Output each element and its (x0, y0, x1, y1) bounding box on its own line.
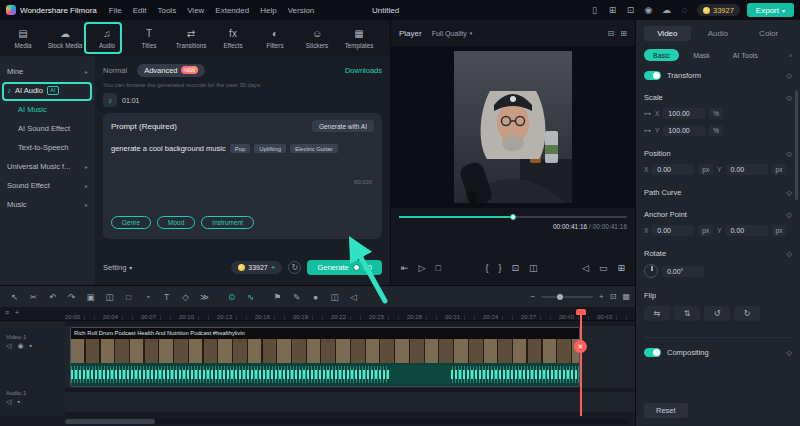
export-button[interactable]: Export ▾ (747, 3, 794, 17)
menu-item[interactable]: Edit (133, 6, 147, 15)
zoom-slider-handle[interactable] (557, 294, 563, 300)
mute-track-icon[interactable]: ◁ (6, 342, 11, 350)
sidebar-item-ai-audio[interactable]: ♪ AI Audio AI (0, 81, 95, 100)
rotate-cw-icon[interactable]: ↻ (734, 306, 760, 321)
scrollbar-thumb[interactable] (65, 419, 155, 424)
video-clip[interactable]: Rich Roll Drum Podcast Health And Nutrit… (70, 327, 580, 387)
snapshot-icon[interactable]: ◫ (529, 263, 538, 273)
keyframe-diamond-icon[interactable]: ◇ (787, 250, 792, 258)
scrollbar[interactable] (795, 90, 798, 200)
tab-stickers[interactable]: ☺ Stickers (296, 28, 338, 49)
prompt-tag[interactable]: Pop (230, 144, 251, 153)
speed-icon[interactable]: ◔ (138, 292, 157, 302)
quality-dropdown[interactable]: Full Quality ▾ (432, 30, 473, 37)
timeline-scrollbar[interactable] (65, 419, 629, 424)
screen-record-icon[interactable]: ◉ (643, 5, 654, 15)
prompt-tag[interactable]: Uplifting (254, 144, 286, 153)
setting-dropdown[interactable]: Setting ▾ (103, 263, 132, 272)
downloads-link[interactable]: Downloads (345, 66, 382, 75)
menu-item[interactable]: Extended (215, 6, 249, 15)
prompt-tag[interactable]: Electric Guitar (290, 144, 338, 153)
device-icon[interactable]: ▯ (589, 5, 600, 15)
text-tool-icon[interactable]: T (157, 292, 176, 302)
tab-effects[interactable]: fx Effects (212, 28, 254, 49)
tab-filters[interactable]: ◐ Filters (254, 28, 296, 49)
crop-icon[interactable]: □ (119, 292, 138, 302)
more-tools-icon[interactable]: ≫ (195, 292, 214, 302)
anchor-x-input[interactable]: 0.00 (652, 225, 694, 236)
notification-icon[interactable]: ◌ (679, 5, 690, 15)
tab-titles[interactable]: T Titles (128, 28, 170, 49)
menu-item[interactable]: View (187, 6, 204, 15)
voiceover-icon[interactable]: ⊙ (222, 292, 241, 302)
tab-transitions[interactable]: ⇄ Transitions (170, 28, 212, 49)
undo-icon[interactable]: ↶ (43, 292, 62, 302)
instrument-button[interactable]: Instrument (201, 216, 254, 229)
player-expand-icon[interactable]: ⊞ (620, 29, 627, 38)
menu-item[interactable]: Version (288, 6, 315, 15)
track-manager-icon[interactable]: ▦ (622, 292, 630, 301)
hide-track-icon[interactable]: ◉ (17, 342, 23, 350)
props-subtab-ai-tools[interactable]: AI Tools (724, 49, 767, 61)
playhead[interactable] (580, 309, 582, 416)
play-icon[interactable]: ▷ (419, 263, 426, 273)
display-icon[interactable]: ⊡ (625, 5, 636, 15)
position-y-input[interactable]: 0.00 (726, 164, 768, 175)
tab-media[interactable]: ▤ Media (2, 28, 44, 49)
tab-stock-media[interactable]: ☁ Stock Media (44, 28, 86, 49)
keyframe-diamond-icon[interactable]: ◇ (787, 72, 792, 80)
tab-audio[interactable]: ♫ Audio (86, 28, 128, 49)
keyframe-diamond-icon[interactable]: ◇ (787, 150, 792, 158)
scrubber-handle[interactable] (510, 214, 516, 220)
aspect-ratio-icon[interactable]: ▭ (599, 263, 608, 273)
add-track-icon[interactable]: + (15, 309, 19, 316)
mark-in-icon[interactable]: { (485, 263, 488, 273)
reset-button[interactable]: Reset (644, 403, 688, 418)
flip-horizontal-icon[interactable]: ⇆ (644, 306, 670, 321)
mood-button[interactable]: Mood (157, 216, 195, 229)
generate-with-ai-button[interactable]: Generate with AI (312, 120, 374, 132)
sidebar-item-ai-music[interactable]: AI Music (0, 100, 95, 119)
props-tab-audio[interactable]: Audio (695, 26, 742, 41)
sidebar-item-music[interactable]: Music ▸ (0, 195, 95, 214)
fullscreen-icon[interactable]: ⊞ (617, 263, 625, 273)
track-list-icon[interactable]: ≡ (5, 309, 9, 316)
menu-item[interactable]: Tools (157, 6, 176, 15)
keyframe-diamond-icon[interactable]: ◇ (787, 94, 792, 102)
audio-stretch-icon[interactable]: ∿ (241, 292, 260, 302)
clip-delete-icon[interactable]: ✕ (574, 340, 587, 353)
playback-progress-bar[interactable] (399, 213, 627, 221)
keyframe-diamond-icon[interactable]: ◇ (787, 189, 792, 197)
rotate-input[interactable]: 0.00° (662, 266, 704, 277)
zoom-out-icon[interactable]: − (530, 292, 535, 301)
marker-icon[interactable]: ⚑ (268, 292, 287, 302)
refresh-icon[interactable]: ↻ (288, 261, 301, 274)
menu-item[interactable]: File (109, 6, 122, 15)
sidebar-item-universal-music[interactable]: Universal Music f... ▸ (0, 157, 95, 176)
sidebar-item-mine[interactable]: Mine ▸ (0, 62, 95, 81)
props-subtab-basic[interactable]: Basic (644, 49, 679, 61)
menu-item[interactable]: Help (260, 6, 276, 15)
tab-templates[interactable]: ▦ Templates (338, 28, 380, 49)
tab-advanced[interactable]: Advanced NEW (137, 64, 205, 77)
stop-icon[interactable]: □ (435, 263, 440, 273)
snapshot-icon[interactable]: ◫ (325, 292, 344, 302)
pointer-tool-icon[interactable]: ↖ (5, 292, 24, 302)
coin-cost-badge[interactable]: 33927 + (231, 261, 282, 274)
player-grid-icon[interactable]: ⊟ (608, 29, 615, 38)
props-subtab-mask[interactable]: Mask (684, 49, 719, 61)
timeline-ruler[interactable]: ≡+ 00:0000:0400:0700:1000:1300:1600:1900… (0, 307, 635, 321)
rotate-knob[interactable] (644, 264, 658, 278)
mark-out-icon[interactable]: } (498, 263, 501, 273)
razor-tool-icon[interactable]: ✂ (24, 292, 43, 302)
audio-track-lane[interactable] (65, 392, 635, 412)
lock-track-icon[interactable]: ▪ (30, 342, 32, 350)
cloud-icon[interactable]: ☁ (661, 5, 672, 15)
generate-button[interactable]: Generate 60 (307, 260, 382, 275)
fit-timeline-icon[interactable]: ⊡ (610, 292, 617, 301)
mute-track-icon[interactable]: ◁ (6, 398, 11, 406)
genre-button[interactable]: Genre (111, 216, 151, 229)
mute-icon[interactable]: ◁ (344, 292, 363, 302)
keyframe-icon[interactable]: ◇ (176, 292, 195, 302)
chevron-right-icon[interactable]: › (789, 51, 792, 60)
